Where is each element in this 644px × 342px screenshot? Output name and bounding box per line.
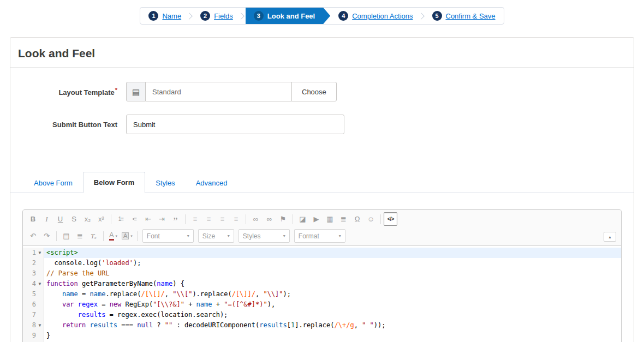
- step-number-badge: 2: [200, 11, 210, 21]
- template-picker-button[interactable]: ▤: [126, 82, 146, 101]
- bold-icon: B: [31, 215, 35, 223]
- choose-button[interactable]: Choose: [291, 82, 337, 101]
- code-line[interactable]: 9}: [23, 331, 621, 341]
- anchor-flag-button[interactable]: ⚑: [276, 212, 290, 226]
- anchor-flag-icon: ⚑: [280, 215, 287, 223]
- superscript-button[interactable]: x²: [94, 212, 108, 226]
- align-justify-button[interactable]: ≡: [229, 212, 243, 226]
- smiley-icon: ☺: [367, 215, 374, 223]
- line-number: 6: [23, 299, 36, 310]
- underline-icon: U: [58, 215, 63, 223]
- size-dropdown[interactable]: Size▾: [198, 229, 234, 243]
- paste-button[interactable]: ▤: [59, 229, 73, 243]
- wizard-step-look-and-feel[interactable]: 3Look and Feel: [246, 8, 330, 24]
- fold-marker-icon[interactable]: ▼: [36, 248, 44, 258]
- font-dropdown[interactable]: Font▾: [142, 229, 194, 243]
- step-label: Look and Feel: [267, 12, 315, 20]
- redo-button[interactable]: ↷: [40, 229, 53, 243]
- code-line[interactable]: 4▼function getParameterByName(name) {: [23, 279, 621, 289]
- link-button[interactable]: ∞: [249, 212, 263, 226]
- italic-button[interactable]: I: [40, 212, 53, 226]
- tab-styles[interactable]: Styles: [145, 173, 185, 193]
- align-left-icon: ≡: [193, 215, 198, 223]
- bg-color-button[interactable]: A▾: [120, 229, 134, 243]
- underline-button[interactable]: U: [53, 212, 67, 226]
- undo-icon: ↶: [30, 232, 36, 239]
- strikethrough-button[interactable]: S: [67, 212, 81, 226]
- sliders-icon: ≣: [77, 232, 83, 239]
- numbered-list-button[interactable]: 1≡: [114, 212, 128, 226]
- styles-dropdown[interactable]: Styles▾: [238, 229, 290, 243]
- line-gutter: 5: [23, 289, 44, 299]
- sliders-button[interactable]: ≣: [73, 229, 87, 243]
- horizontal-rule-button[interactable]: ≣: [337, 212, 350, 226]
- align-right-button[interactable]: ≡: [216, 212, 229, 226]
- outdent-icon: ⇤: [145, 215, 151, 223]
- italic-icon: I: [45, 215, 47, 223]
- subscript-button[interactable]: x₂: [81, 212, 94, 226]
- code-line[interactable]: 6 var regex = new RegExp("[\\?&]" + name…: [23, 299, 621, 310]
- align-right-icon: ≡: [220, 215, 225, 223]
- bulleted-list-button[interactable]: •≡: [128, 212, 141, 226]
- indent-button[interactable]: ⇥: [155, 212, 169, 226]
- code-text: return results === null ? "" : decodeURI…: [44, 320, 621, 331]
- source-icon: </>: [387, 217, 393, 222]
- submit-button-text-row: Submit Button Text: [10, 115, 634, 134]
- smiley-button[interactable]: ☺: [364, 212, 378, 226]
- styles-dropdown-label: Styles: [243, 232, 261, 240]
- tab-below-form[interactable]: Below Form: [83, 172, 145, 193]
- table-button[interactable]: ▦: [323, 212, 337, 226]
- fold-marker-icon[interactable]: ▼: [36, 279, 44, 289]
- code-line[interactable]: 7 results = regex.exec(location.search);: [23, 310, 621, 320]
- line-gutter: 3: [23, 268, 44, 279]
- line-gutter: 6: [23, 299, 44, 310]
- step-label: Fields: [214, 12, 233, 20]
- tab-advanced[interactable]: Advanced: [186, 173, 238, 193]
- align-left-button[interactable]: ≡: [188, 212, 202, 226]
- media-embed-button[interactable]: ▶: [309, 212, 323, 226]
- format-dropdown[interactable]: Format▾: [294, 229, 345, 243]
- collapse-toolbar-button[interactable]: ▴: [604, 232, 616, 242]
- toolbar-separator: [137, 231, 138, 241]
- bg-color-icon: A: [122, 232, 129, 239]
- submit-button-text-input[interactable]: [126, 115, 344, 134]
- wizard-step-fields[interactable]: 2Fields: [192, 8, 241, 24]
- bulleted-list-icon: •≡: [133, 217, 136, 222]
- paste-icon: ▤: [63, 232, 69, 239]
- tab-above-form[interactable]: Above Form: [23, 173, 83, 193]
- unlink-button[interactable]: ∞: [263, 212, 276, 226]
- line-gutter: 8▼: [23, 320, 44, 331]
- code-line[interactable]: 2 console.log('loaded');: [23, 258, 621, 268]
- line-gutter: 4▼: [23, 279, 44, 289]
- undo-button[interactable]: ↶: [26, 229, 40, 243]
- remove-format-button[interactable]: Tₓ: [87, 229, 100, 243]
- code-line[interactable]: 8▼ return results === null ? "" : decode…: [23, 320, 621, 331]
- wizard-step-name[interactable]: 1Name: [140, 8, 189, 24]
- outdent-button[interactable]: ⇤: [141, 212, 155, 226]
- code-line[interactable]: 1▼<script>: [23, 248, 621, 258]
- code-area[interactable]: 1▼<script>2 console.log('loaded');3// Pa…: [23, 246, 621, 342]
- chevron-down-icon: ▾: [228, 233, 230, 238]
- source-button[interactable]: </>: [384, 212, 397, 226]
- code-text: var regex = new RegExp("[\\?&]" + name +…: [44, 299, 621, 310]
- submit-button-text-label: Submit Button Text: [18, 121, 117, 129]
- layout-template-input[interactable]: [146, 82, 292, 101]
- code-text: function getParameterByName(name) {: [44, 279, 621, 289]
- remove-format-icon: Tₓ: [91, 232, 97, 239]
- special-character-button[interactable]: Ω: [350, 212, 364, 226]
- image-button[interactable]: ◪: [296, 212, 309, 226]
- bold-button[interactable]: B: [26, 212, 40, 226]
- wizard-step-completion-actions[interactable]: 4Completion Actions: [330, 8, 421, 24]
- code-line[interactable]: 5 name = name.replace(/[\[]/, "\\[").rep…: [23, 289, 621, 299]
- line-number: 2: [23, 258, 36, 268]
- fold-marker-icon[interactable]: ▼: [36, 320, 44, 331]
- align-center-button[interactable]: ≡: [202, 212, 216, 226]
- format-dropdown-label: Format: [299, 232, 319, 240]
- code-line[interactable]: 3// Parse the URL: [23, 268, 621, 279]
- text-color-button[interactable]: A▾: [106, 229, 120, 243]
- image-icon: ◪: [299, 215, 306, 223]
- step-label: Name: [162, 12, 181, 20]
- wizard-step-confirm-save[interactable]: 5Confirm & Save: [424, 8, 504, 24]
- blockquote-button[interactable]: ”: [169, 212, 182, 226]
- code-text: }: [44, 331, 621, 341]
